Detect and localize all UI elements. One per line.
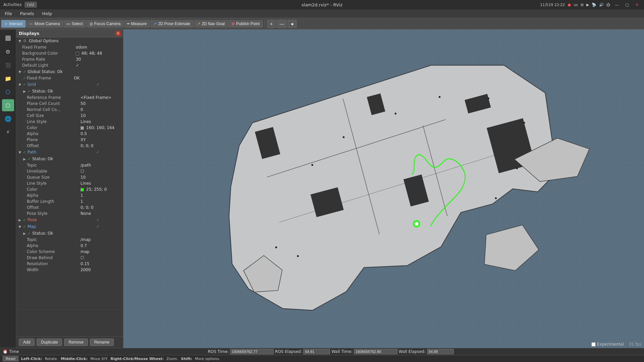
map-color-scheme-value[interactable]: map — [80, 249, 123, 254]
map-alpha-value[interactable]: 0.7 — [80, 243, 123, 248]
map-draw-behind-label: Draw Behind — [27, 255, 80, 260]
toolbar-interact[interactable]: ⊹ Interact — [1, 20, 25, 27]
wall-elapsed-input[interactable] — [427, 349, 454, 354]
grid-expand[interactable]: ▼ — [17, 83, 22, 86]
toolbar-select[interactable]: ▭ Select — [63, 20, 86, 27]
sidebar-usb[interactable]: ⚡ — [2, 126, 14, 138]
activities-label[interactable]: Activities — [3, 2, 22, 7]
sidebar-rviz[interactable]: ⬡ — [2, 99, 14, 111]
toolbar-add-view[interactable]: + — [267, 20, 276, 28]
path-expand[interactable]: ▼ — [17, 150, 22, 154]
grid-plane-value[interactable]: XY — [80, 137, 123, 142]
map-draw-behind-value[interactable]: ☐ — [80, 255, 123, 260]
path-queue-label: Queue Size — [27, 175, 80, 180]
grid-row[interactable]: ▼ ✓ Grid ✓ — [16, 81, 123, 88]
toolbar-publish-point[interactable]: ⊕ Publish Point — [228, 20, 263, 27]
reset-button[interactable]: Reset — [3, 356, 18, 361]
path-status-row[interactable]: ▶ ✓ Status: Ok — [16, 156, 123, 162]
add-button[interactable]: Add — [19, 339, 35, 346]
sidebar-folders[interactable]: 📁 — [2, 72, 14, 84]
sidebar-gazebo[interactable]: 🌐 — [2, 113, 14, 125]
fixed-frame-value[interactable]: odom — [76, 45, 123, 50]
grid-status-row[interactable]: ▶ ✓ Status: Ok — [16, 88, 123, 95]
map-status-expand[interactable]: ▶ — [22, 232, 27, 235]
path-alpha-value[interactable]: 1 — [80, 193, 123, 198]
grid-color-value[interactable]: 160; 160; 164 — [80, 125, 123, 130]
sidebar-home[interactable] — [2, 32, 14, 44]
path-offset-value[interactable]: 0; 0; 0 — [80, 205, 123, 210]
sys-icon-3: ▶ — [586, 3, 589, 7]
map-row[interactable]: ▼ ✓ Map ✓ — [16, 223, 123, 230]
toolbar-toggle[interactable]: ● — [288, 20, 297, 28]
rviz-indicator[interactable]: rviz — [24, 2, 37, 8]
ref-frame-value[interactable]: <Fixed Frame> — [80, 95, 123, 100]
path-offset-row: Offset 0; 0; 0 — [16, 204, 123, 210]
bg-color-value[interactable]: 48; 48; 48 — [76, 51, 123, 56]
remove-button[interactable]: Remove — [64, 339, 88, 346]
toolbar-focus-camera[interactable]: ◎ Focus Camera — [87, 20, 124, 27]
grid-label: Grid — [27, 82, 96, 87]
displays-tree[interactable]: ▼ ⚙ Global Options Fixed Frame odom Back… — [16, 38, 123, 309]
sidebar-vscode[interactable]: ⬡ — [2, 86, 14, 98]
grid-alpha-value[interactable]: 0.5 — [80, 131, 123, 136]
menu-file[interactable]: File — [3, 10, 14, 17]
rename-button[interactable]: Rename — [90, 339, 114, 346]
path-topic-value[interactable]: /path — [80, 163, 123, 168]
path-status-expand[interactable]: ▶ — [22, 157, 27, 161]
menu-panels[interactable]: Panels — [18, 10, 36, 17]
pose-expand[interactable]: ▶ — [17, 218, 22, 222]
ros-elapsed-input[interactable] — [303, 349, 330, 354]
global-options-row[interactable]: ▼ ⚙ Global Options — [16, 38, 123, 44]
ros-time-input[interactable] — [230, 349, 274, 354]
map-expand[interactable]: ▼ — [17, 225, 22, 229]
close-btn[interactable]: ✕ — [634, 3, 641, 7]
path-color-value[interactable]: 25; 255; 0 — [80, 187, 123, 192]
grid-status-expand[interactable]: ▶ — [22, 89, 27, 93]
path-offset-label: Offset — [27, 205, 80, 210]
maximize-btn[interactable]: □ — [623, 3, 631, 7]
global-status-row[interactable]: ▼ ✓ Global Status: Ok — [16, 68, 123, 75]
path-row[interactable]: ▼ ✓ Path ✓ — [16, 149, 123, 156]
wall-elapsed-label: Wall Elapsed: — [399, 349, 426, 354]
sidebar-terminal[interactable]: ⬛ — [2, 59, 14, 71]
menu-help[interactable]: Help — [40, 10, 54, 17]
bg-color-label: Background Color — [22, 51, 76, 56]
normal-cell-label: Normal Cell Co... — [27, 107, 80, 112]
global-options-expand[interactable]: ▼ — [17, 39, 22, 43]
map-topic-value[interactable]: /map — [80, 237, 123, 242]
minimize-btn[interactable]: — — [613, 3, 621, 7]
grid-line-style-value[interactable]: Lines — [80, 119, 123, 124]
path-line-style-value[interactable]: Lines — [80, 181, 123, 186]
path-unreliable-value[interactable]: ☐ — [80, 169, 123, 174]
3d-view[interactable]: 31 fps Experimental — [123, 29, 644, 348]
cell-size-value[interactable]: 10 — [80, 113, 123, 118]
path-buffer-value[interactable]: 1 — [80, 199, 123, 204]
experimental-checkbox[interactable] — [591, 342, 596, 347]
toolbar-2d-pose[interactable]: ↗ 2D Pose Estimate — [150, 20, 193, 27]
default-light-value[interactable]: ✓ — [76, 63, 123, 68]
grid-offset-value[interactable]: 0; 0; 0 — [80, 143, 123, 148]
menubar: File Panels Help — [0, 9, 644, 18]
duplicate-button[interactable]: Duplicate — [37, 339, 62, 346]
path-pose-style-value[interactable]: None — [80, 211, 123, 216]
toolbar-nav-goal[interactable]: ↗ 2D Nav Goal — [194, 20, 228, 27]
interact-icon: ⊹ — [4, 21, 8, 26]
toolbar-move-camera[interactable]: ↔ Move Camera — [26, 20, 63, 27]
path-queue-value[interactable]: 10 — [80, 175, 123, 180]
map-status-row[interactable]: ▶ ✓ Status: Ok — [16, 230, 123, 237]
wall-time-input[interactable] — [354, 349, 397, 354]
pose-row[interactable]: ▶ ✓ Pose ✓ — [16, 217, 123, 223]
toolbar-measure[interactable]: ━ Measure — [124, 20, 150, 27]
middle-click-action: Move X/Y. — [90, 357, 108, 361]
experimental-option[interactable]: Experimental — [591, 342, 624, 347]
plane-cell-value[interactable]: 50 — [80, 101, 123, 106]
normal-cell-value[interactable]: 0 — [80, 107, 123, 112]
select-icon: ▭ — [66, 21, 70, 26]
global-status-expand[interactable]: ▼ — [17, 70, 22, 74]
sidebar-settings[interactable]: ⚙ — [2, 46, 14, 58]
frame-rate-value[interactable]: 30 — [76, 57, 123, 62]
toolbar-remove-view[interactable]: — — [276, 20, 287, 28]
displays-close-button[interactable]: ✕ — [116, 31, 120, 36]
topbar-right: 11月29 22:22 ● us ⊞ ▶ 📡 🔊 ⏻ — □ ✕ — [540, 2, 641, 7]
ref-frame-row: Reference Frame <Fixed Frame> — [16, 95, 123, 101]
